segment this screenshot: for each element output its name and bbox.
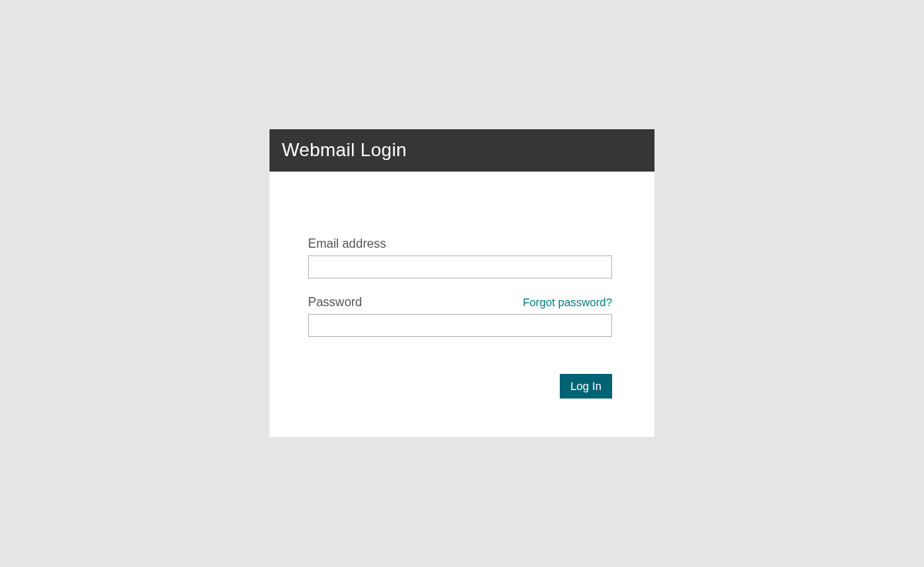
actions-row: Log In	[308, 374, 612, 399]
login-header: Webmail Login	[270, 129, 654, 172]
login-card: Webmail Login Email address Password For…	[270, 129, 654, 437]
email-group: Email address	[308, 237, 612, 278]
email-field[interactable]	[308, 255, 612, 278]
page-title: Webmail Login	[282, 139, 642, 161]
password-label: Password	[308, 295, 362, 309]
login-body: Email address Password Forgot password? …	[270, 172, 654, 437]
password-field[interactable]	[308, 314, 612, 337]
login-button[interactable]: Log In	[560, 374, 612, 399]
email-label: Email address	[308, 237, 386, 251]
forgot-password-link[interactable]: Forgot password?	[523, 296, 612, 309]
password-group: Password Forgot password?	[308, 295, 612, 337]
